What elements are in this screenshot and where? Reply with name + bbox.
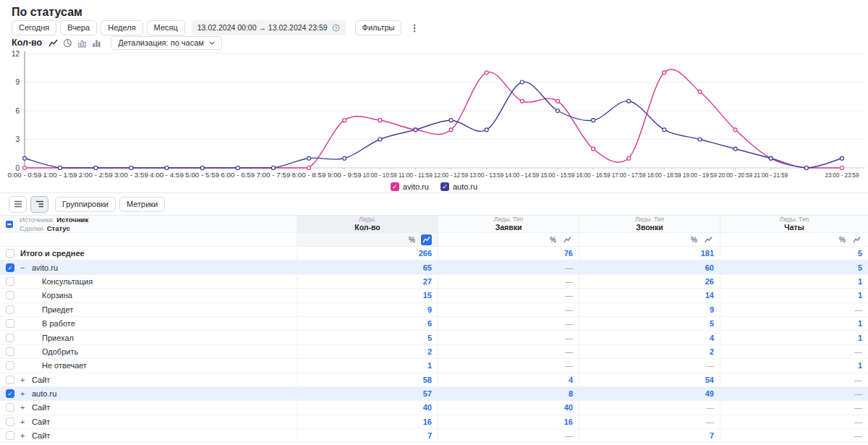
legend-item[interactable]: ✓auto.ru bbox=[441, 182, 477, 191]
expand-toggle[interactable]: + bbox=[20, 403, 32, 412]
metric-value[interactable]: 27 bbox=[423, 277, 432, 286]
table-row[interactable]: +Сайт58454— bbox=[0, 373, 868, 387]
row-checkbox[interactable] bbox=[6, 305, 14, 314]
row-checkbox[interactable] bbox=[6, 361, 14, 370]
date-preset-button[interactable]: Неделя bbox=[101, 20, 142, 35]
histogram-chart-type-icon[interactable] bbox=[77, 38, 87, 48]
chart-toggle-icon[interactable] bbox=[851, 234, 862, 245]
metric-value[interactable]: 40 bbox=[564, 403, 573, 412]
select-all-checkbox[interactable] bbox=[6, 221, 13, 228]
column-header[interactable]: Лиды. ТипЗвонки bbox=[579, 216, 720, 232]
metric-value[interactable]: 5 bbox=[858, 249, 862, 258]
column-header[interactable]: Лиды. ТипЧаты bbox=[720, 216, 868, 232]
metric-value[interactable]: 15 bbox=[423, 291, 432, 300]
table-row[interactable]: Итого и среднее266761815 bbox=[0, 247, 868, 260]
row-checkbox[interactable]: ✓ bbox=[6, 263, 14, 272]
pie-chart-type-icon[interactable] bbox=[63, 38, 72, 48]
row-checkbox[interactable] bbox=[6, 277, 14, 286]
row-checkbox[interactable] bbox=[6, 319, 14, 328]
expand-toggle[interactable]: + bbox=[20, 418, 32, 426]
table-row[interactable]: ✓−avito.ru65—605 bbox=[0, 260, 868, 274]
metric-value[interactable]: 16 bbox=[423, 418, 432, 426]
metric-value[interactable]: 57 bbox=[423, 389, 432, 398]
row-checkbox[interactable] bbox=[6, 249, 14, 258]
tree-list-toggle[interactable] bbox=[30, 196, 48, 213]
column-header[interactable]: Лиды.Кол-во bbox=[297, 216, 438, 232]
expand-toggle[interactable]: + bbox=[20, 389, 32, 398]
chart-toggle-icon[interactable] bbox=[703, 234, 714, 245]
metric-value[interactable]: 1 bbox=[858, 361, 862, 370]
metric-value[interactable]: 7 bbox=[710, 431, 714, 440]
metric-value[interactable]: 5 bbox=[427, 334, 432, 342]
table-row[interactable]: Приедет9—9— bbox=[0, 303, 868, 317]
metric-value[interactable]: 1 bbox=[858, 334, 862, 342]
metric-value[interactable]: 60 bbox=[705, 263, 714, 272]
metric-value[interactable]: 1 bbox=[858, 291, 862, 300]
row-checkbox[interactable] bbox=[6, 376, 14, 384]
metric-value[interactable]: 2 bbox=[427, 347, 432, 356]
expand-toggle[interactable]: + bbox=[20, 431, 32, 440]
metric-value[interactable]: 76 bbox=[564, 249, 573, 258]
metric-value[interactable]: 26 bbox=[705, 277, 714, 286]
metric-value[interactable]: 40 bbox=[423, 403, 432, 412]
percent-toggle-icon[interactable]: % bbox=[550, 236, 556, 244]
table-row[interactable]: +Сайт1616—— bbox=[0, 415, 868, 429]
filters-button[interactable]: Фильтры bbox=[355, 20, 402, 35]
metrics-button[interactable]: Метрики bbox=[119, 197, 165, 212]
metric-value[interactable]: 266 bbox=[419, 249, 432, 258]
table-row[interactable]: Приехал5—41 bbox=[0, 331, 868, 344]
groupings-button[interactable]: Группировки bbox=[55, 197, 116, 212]
metric-value[interactable]: 8 bbox=[569, 389, 573, 398]
row-checkbox[interactable] bbox=[6, 403, 14, 412]
metric-value[interactable]: 4 bbox=[710, 334, 714, 342]
legend-item[interactable]: ✓avito.ru bbox=[391, 182, 429, 191]
metric-value[interactable]: 58 bbox=[423, 376, 432, 384]
table-row[interactable]: Консультация27—261 bbox=[0, 275, 868, 289]
expand-toggle[interactable]: + bbox=[20, 376, 32, 384]
detail-dropdown[interactable]: Детализация: по часам bbox=[111, 36, 222, 50]
metric-value[interactable]: 181 bbox=[701, 249, 714, 258]
kebab-menu-icon[interactable]: ⋮ bbox=[405, 22, 423, 33]
metric-value[interactable]: 49 bbox=[705, 389, 714, 398]
bar-chart-type-icon[interactable] bbox=[92, 38, 101, 48]
table-row[interactable]: +Сайт4040—— bbox=[0, 401, 868, 415]
table-row[interactable]: ✓+auto.ru57849— bbox=[0, 387, 868, 401]
percent-toggle-icon[interactable]: % bbox=[839, 236, 846, 244]
metric-value[interactable]: 2 bbox=[710, 347, 714, 356]
table-row[interactable]: Одобрить2—2— bbox=[0, 345, 868, 359]
metric-value[interactable]: 6 bbox=[427, 319, 432, 328]
row-checkbox[interactable] bbox=[6, 334, 14, 342]
percent-toggle-icon[interactable]: % bbox=[409, 236, 415, 244]
metric-value[interactable]: 65 bbox=[423, 263, 432, 272]
line-chart-type-icon[interactable] bbox=[48, 38, 58, 48]
metric-value[interactable]: 16 bbox=[564, 418, 573, 426]
metric-value[interactable]: 14 bbox=[705, 291, 714, 300]
row-checkbox[interactable] bbox=[6, 291, 14, 300]
flat-list-toggle[interactable] bbox=[9, 196, 27, 213]
row-checkbox[interactable] bbox=[6, 418, 14, 426]
column-header[interactable]: Лиды. ТипЗаявки bbox=[438, 216, 579, 232]
table-row[interactable]: +Сайт7—7— bbox=[0, 429, 868, 443]
table-row[interactable]: В работе6—51 bbox=[0, 317, 868, 331]
metric-value[interactable]: 1 bbox=[427, 361, 432, 370]
metric-value[interactable]: 7 bbox=[427, 431, 432, 440]
expand-toggle[interactable]: − bbox=[20, 263, 32, 272]
metric-value[interactable]: 9 bbox=[710, 305, 714, 314]
row-checkbox[interactable] bbox=[6, 431, 14, 440]
chart-toggle-icon[interactable] bbox=[421, 234, 432, 245]
percent-toggle-icon[interactable]: % bbox=[691, 236, 697, 244]
date-range-chip[interactable]: 13.02.2024 00:00 → 13.02.2024 23:59 bbox=[192, 20, 346, 35]
table-row[interactable]: Не отвечает1——1 bbox=[0, 359, 868, 373]
metric-value[interactable]: 5 bbox=[710, 319, 714, 328]
date-preset-button[interactable]: Месяц bbox=[147, 20, 185, 35]
metric-value[interactable]: 4 bbox=[569, 376, 573, 384]
metric-value[interactable]: 1 bbox=[858, 277, 862, 286]
metric-value[interactable]: 5 bbox=[858, 263, 862, 272]
row-checkbox[interactable]: ✓ bbox=[6, 389, 14, 398]
metric-value[interactable]: 54 bbox=[705, 376, 714, 384]
date-preset-button[interactable]: Сегодня bbox=[12, 20, 56, 35]
date-preset-button[interactable]: Вчера bbox=[60, 20, 97, 35]
metric-value[interactable]: 9 bbox=[427, 305, 432, 314]
row-checkbox[interactable] bbox=[6, 347, 14, 356]
chart-toggle-icon[interactable] bbox=[562, 234, 573, 245]
